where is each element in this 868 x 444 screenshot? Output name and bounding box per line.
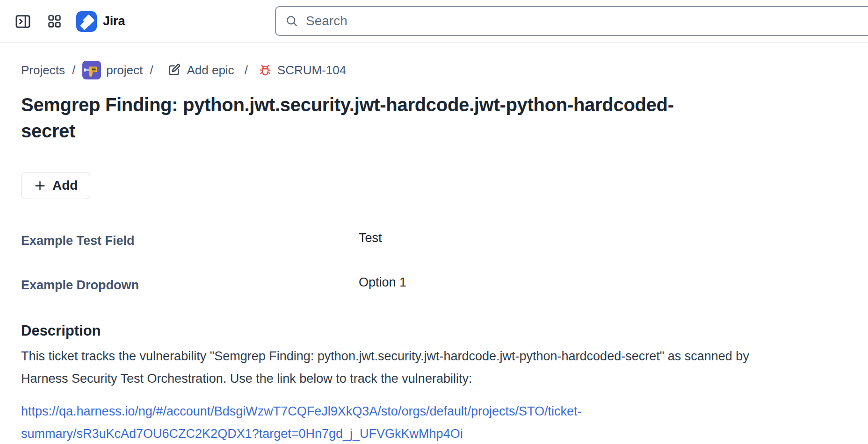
field-value[interactable]: Option 1 xyxy=(359,274,406,290)
custom-fields: Example Test Field Test Example Dropdown… xyxy=(21,233,847,293)
app-header: Jira xyxy=(0,0,868,43)
breadcrumb-issue-key[interactable]: SCRUM-104 xyxy=(258,63,346,78)
search-icon xyxy=(285,14,298,28)
jira-logo-icon xyxy=(76,11,97,32)
issue-page: Projects / project / xyxy=(0,61,868,444)
issue-title: Semgrep Finding: python.jwt.security.jwt… xyxy=(21,92,713,144)
vulnerability-link[interactable]: https://qa.harness.io/ng/#/account/Bdsgi… xyxy=(21,400,610,444)
breadcrumb-add-epic[interactable]: Add epic xyxy=(166,63,234,78)
edit-epic-icon xyxy=(166,63,181,78)
description-body: This ticket tracks the vulnerability "Se… xyxy=(21,345,774,390)
field-value[interactable]: Test xyxy=(359,230,382,246)
app-switcher-button[interactable] xyxy=(47,14,62,29)
add-button-label: Add xyxy=(52,178,78,193)
app-name: Jira xyxy=(103,14,125,29)
bug-icon xyxy=(258,63,272,77)
sidebar-expand-icon xyxy=(14,13,32,30)
breadcrumb-separator: / xyxy=(150,63,153,78)
field-row: Example Test Field Test xyxy=(21,233,847,249)
jira-home-link[interactable]: Jira xyxy=(76,11,125,32)
field-label: Example Dropdown xyxy=(21,277,359,293)
breadcrumb-separator: / xyxy=(72,63,75,78)
sidebar-toggle-button[interactable] xyxy=(14,13,32,30)
breadcrumb-projects[interactable]: Projects xyxy=(21,63,65,78)
project-avatar-icon xyxy=(82,61,101,79)
breadcrumb-project[interactable]: project xyxy=(82,61,143,79)
description-section: Description This ticket tracks the vulne… xyxy=(21,322,847,444)
description-heading: Description xyxy=(21,322,847,340)
field-row: Example Dropdown Option 1 xyxy=(21,277,847,293)
app-grid-icon xyxy=(47,14,62,29)
plus-icon xyxy=(34,179,46,192)
field-label: Example Test Field xyxy=(21,233,359,249)
breadcrumb-separator: / xyxy=(245,63,248,78)
add-button[interactable]: Add xyxy=(21,172,90,199)
global-search xyxy=(275,6,868,36)
breadcrumb: Projects / project / xyxy=(21,61,847,79)
search-input[interactable] xyxy=(298,7,868,35)
